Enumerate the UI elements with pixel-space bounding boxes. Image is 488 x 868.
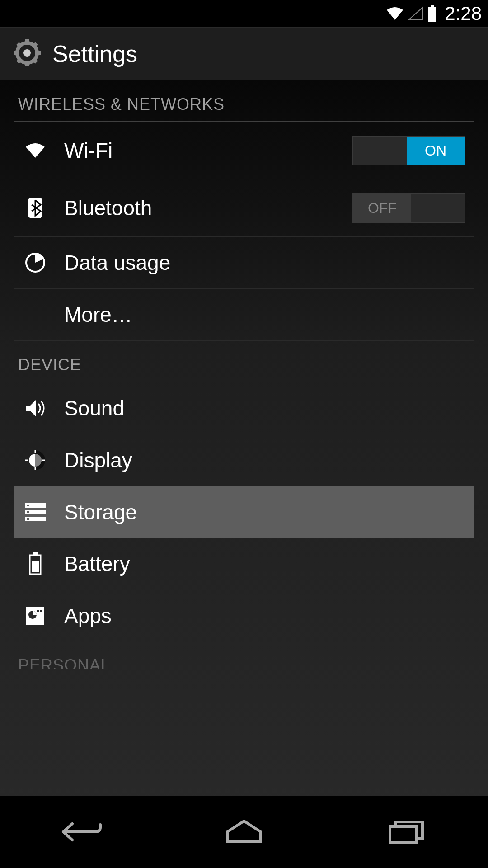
display-icon — [23, 449, 48, 471]
svg-point-3 — [23, 49, 31, 57]
recent-apps-button[interactable] — [380, 814, 434, 850]
item-label: Display — [64, 448, 465, 472]
cell-signal-icon — [408, 6, 424, 21]
settings-item-more[interactable]: More… — [14, 289, 474, 341]
svg-rect-7 — [36, 51, 41, 55]
wifi-toggle[interactable]: ON — [352, 136, 465, 165]
item-label: Battery — [64, 552, 465, 576]
settings-list[interactable]: WIRELESS & NETWORKS Wi-Fi ON Bluetooth O… — [0, 80, 488, 795]
storage-icon — [23, 502, 48, 522]
item-label: Apps — [64, 604, 465, 628]
svg-rect-22 — [27, 505, 29, 506]
settings-item-apps[interactable]: Apps — [14, 590, 474, 642]
toggle-thumb: OFF — [353, 194, 411, 222]
battery-menu-icon — [23, 552, 48, 575]
settings-item-bluetooth[interactable]: Bluetooth OFF — [14, 179, 474, 237]
item-label: More… — [64, 302, 465, 327]
item-label: Wi-Fi — [64, 138, 352, 163]
navigation-bar — [0, 796, 488, 868]
back-button[interactable] — [54, 814, 108, 850]
app-header: Settings — [0, 27, 488, 80]
section-header-device: DEVICE — [14, 341, 474, 382]
settings-item-sound[interactable]: Sound — [14, 382, 474, 434]
toggle-thumb: ON — [407, 137, 465, 165]
svg-rect-26 — [33, 552, 38, 555]
svg-rect-4 — [25, 39, 29, 44]
svg-rect-6 — [14, 51, 18, 55]
settings-item-display[interactable]: Display — [14, 434, 474, 486]
item-label: Sound — [64, 396, 465, 420]
data-usage-icon — [23, 252, 48, 274]
apps-icon — [23, 605, 48, 627]
settings-icon — [13, 38, 42, 69]
svg-rect-24 — [27, 518, 29, 520]
wifi-signal-icon — [386, 6, 404, 21]
battery-icon — [427, 5, 437, 22]
svg-rect-27 — [32, 561, 39, 572]
status-bar: 2:28 — [0, 0, 488, 27]
wifi-icon — [23, 142, 48, 160]
status-time: 2:28 — [445, 3, 482, 24]
settings-item-storage[interactable]: Storage — [14, 486, 474, 538]
item-label: Data usage — [64, 250, 465, 275]
section-header-wireless: WIRELESS & NETWORKS — [14, 80, 474, 122]
settings-item-wifi[interactable]: Wi-Fi ON — [14, 122, 474, 179]
bluetooth-icon — [23, 197, 48, 219]
svg-rect-30 — [37, 610, 39, 612]
bluetooth-toggle[interactable]: OFF — [352, 193, 465, 223]
svg-rect-0 — [428, 7, 436, 22]
item-label: Bluetooth — [64, 196, 352, 220]
section-header-personal: PERSONAL — [14, 642, 474, 669]
home-button[interactable] — [217, 814, 271, 850]
svg-rect-23 — [27, 511, 29, 513]
svg-rect-1 — [431, 5, 434, 7]
settings-item-battery[interactable]: Battery — [14, 538, 474, 590]
svg-rect-32 — [390, 826, 416, 843]
svg-rect-5 — [25, 62, 29, 66]
svg-rect-31 — [40, 610, 42, 612]
sound-icon — [23, 398, 48, 418]
settings-item-data-usage[interactable]: Data usage — [14, 237, 474, 289]
item-label: Storage — [64, 500, 465, 524]
header-title: Settings — [52, 40, 137, 67]
